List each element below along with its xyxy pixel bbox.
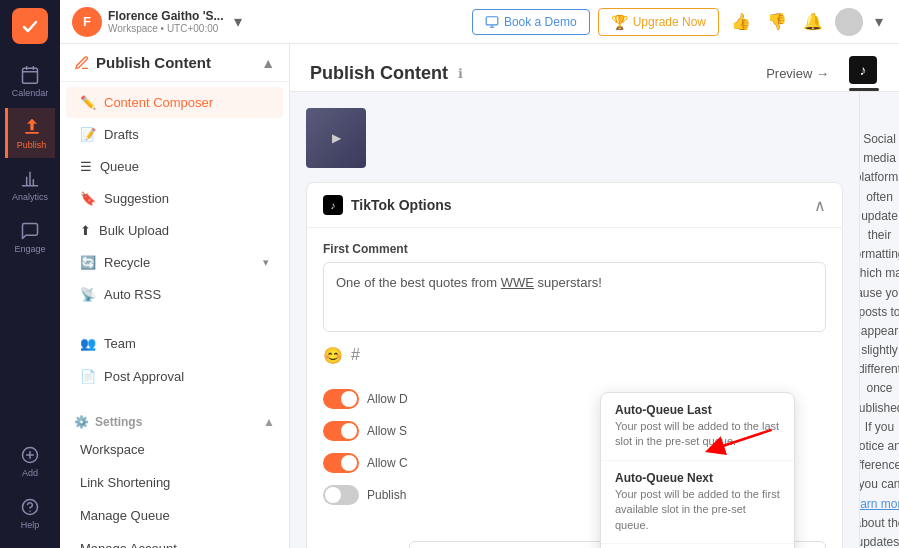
nav-collapse-btn[interactable]: ▲ bbox=[261, 55, 275, 71]
avatar: F bbox=[72, 7, 102, 37]
drafts-icon: 📝 bbox=[80, 127, 96, 142]
nav-item-auto-rss[interactable]: 📡 Auto RSS bbox=[66, 279, 283, 310]
thumbnail-row: ▶ bbox=[306, 108, 843, 168]
post-approval-icon: 📄 bbox=[80, 369, 96, 384]
sidebar-item-engage[interactable]: Engage bbox=[5, 212, 55, 262]
first-comment-label: First Comment bbox=[323, 242, 826, 256]
tiktok-tab[interactable]: ♪ bbox=[849, 56, 879, 91]
dropdown-item-auto-queue-next[interactable]: Auto-Queue Next Your post will be added … bbox=[601, 461, 794, 544]
content-body: ▶ ♪ TikTok Options ∧ bbox=[290, 92, 899, 548]
learn-more-link[interactable]: learn more bbox=[860, 497, 899, 511]
preview-btn[interactable]: Preview → bbox=[766, 58, 829, 89]
svg-line-4 bbox=[714, 410, 771, 469]
preview-panel: @ephelore "The toes you step on your way… bbox=[860, 92, 899, 548]
suggestion-icon: 🔖 bbox=[80, 191, 96, 206]
recycle-expand-arrow: ▾ bbox=[263, 256, 269, 269]
emoji-icon[interactable]: 😊 bbox=[323, 346, 343, 365]
main-content: Publish Content ℹ Preview → ♪ bbox=[290, 44, 899, 548]
sidebar-item-analytics[interactable]: Analytics bbox=[5, 160, 55, 210]
nav-item-post-approval[interactable]: 📄 Post Approval bbox=[66, 361, 283, 392]
sidebar-item-calendar[interactable]: Calendar bbox=[5, 56, 55, 106]
settings-icon: ⚙️ bbox=[74, 415, 89, 429]
toggle-publish-switch[interactable] bbox=[323, 485, 359, 505]
info-icon[interactable]: ℹ bbox=[458, 66, 463, 81]
hash-icon[interactable]: # bbox=[351, 346, 360, 365]
left-nav: Publish Content ▲ ✏️ Content Composer 📝 … bbox=[60, 44, 290, 548]
nav-item-content-composer[interactable]: ✏️ Content Composer bbox=[66, 87, 283, 118]
user-menu-btn[interactable]: ▾ bbox=[871, 8, 887, 35]
user-dropdown-btn[interactable]: ▾ bbox=[230, 8, 246, 35]
sidebar-item-help[interactable]: Help bbox=[5, 488, 55, 538]
thumbs-up-btn[interactable]: 👍 bbox=[727, 8, 755, 35]
rss-icon: 📡 bbox=[80, 287, 96, 302]
options-collapse-btn[interactable]: ∧ bbox=[814, 196, 826, 215]
content-header: Publish Content ℹ Preview → ♪ bbox=[290, 44, 899, 92]
toggle-d-switch[interactable] bbox=[323, 389, 359, 409]
sidebar-item-add[interactable]: Add bbox=[5, 436, 55, 486]
queue-icon: ☰ bbox=[80, 159, 92, 174]
dropdown-item-schedule[interactable]: Schedule Select your preferred time and … bbox=[601, 544, 794, 548]
nav-item-manage-queue[interactable]: Manage Queue bbox=[66, 500, 283, 531]
sidebar-item-publish[interactable]: Publish bbox=[5, 108, 55, 158]
app-header: F Florence Gaitho 'S... Workspace • UTC+… bbox=[60, 0, 899, 44]
upload-icon: ⬆ bbox=[80, 223, 91, 238]
upgrade-btn[interactable]: 🏆 Upgrade Now bbox=[598, 8, 719, 36]
nav-item-team[interactable]: 👥 Team bbox=[66, 328, 283, 359]
when-to-post-dropdown-menu: Auto-Queue Last Your post will be added … bbox=[600, 392, 795, 548]
recycle-icon: 🔄 bbox=[80, 255, 96, 270]
nav-item-queue[interactable]: ☰ Queue bbox=[66, 151, 283, 182]
notice-text: Social media platforms often update thei… bbox=[860, 130, 899, 548]
content-title: Publish Content bbox=[310, 63, 448, 84]
user-info: F Florence Gaitho 'S... Workspace • UTC+… bbox=[72, 7, 464, 37]
user-avatar-btn[interactable] bbox=[835, 8, 863, 36]
left-nav-title: Publish Content bbox=[96, 54, 211, 71]
nav-item-bulk-upload[interactable]: ⬆ Bulk Upload bbox=[66, 215, 283, 246]
toggle-c-switch[interactable] bbox=[323, 453, 359, 473]
svg-rect-0 bbox=[19, 15, 41, 37]
notification-btn[interactable]: 🔔 bbox=[799, 8, 827, 35]
nav-item-suggestion[interactable]: 🔖 Suggestion bbox=[66, 183, 283, 214]
video-thumbnail: ▶ bbox=[306, 108, 366, 168]
pencil-icon: ✏️ bbox=[80, 95, 96, 110]
toggle-s-switch[interactable] bbox=[323, 421, 359, 441]
first-comment-box[interactable]: One of the best quotes from WWE supersta… bbox=[323, 262, 826, 332]
app-logo[interactable] bbox=[12, 8, 48, 44]
nav-item-link-shortening[interactable]: Link Shortening bbox=[66, 467, 283, 498]
user-name: Florence Gaitho 'S... bbox=[108, 9, 224, 23]
nav-item-drafts[interactable]: 📝 Drafts bbox=[66, 119, 283, 150]
tiktok-logo: ♪ bbox=[323, 195, 343, 215]
svg-rect-3 bbox=[486, 16, 498, 24]
underlined-word: WWE bbox=[501, 275, 534, 290]
emoji-toolbar: 😊 # bbox=[323, 342, 826, 369]
icon-sidebar: Calendar Publish Analytics Engage Add He… bbox=[0, 0, 60, 548]
nav-item-workspace[interactable]: Workspace bbox=[66, 434, 283, 465]
nav-item-recycle[interactable]: 🔄 Recycle ▾ bbox=[66, 247, 283, 278]
book-demo-btn[interactable]: Book a Demo bbox=[472, 9, 590, 35]
settings-label: Settings bbox=[95, 415, 142, 429]
nav-item-manage-account[interactable]: Manage Account bbox=[66, 533, 283, 548]
team-icon: 👥 bbox=[80, 336, 96, 351]
settings-expand-icon: ▲ bbox=[263, 415, 275, 429]
thumbs-down-btn[interactable]: 👎 bbox=[763, 8, 791, 35]
user-workspace: Workspace • UTC+00:00 bbox=[108, 23, 224, 34]
editor-panel: ▶ ♪ TikTok Options ∧ bbox=[290, 92, 860, 548]
